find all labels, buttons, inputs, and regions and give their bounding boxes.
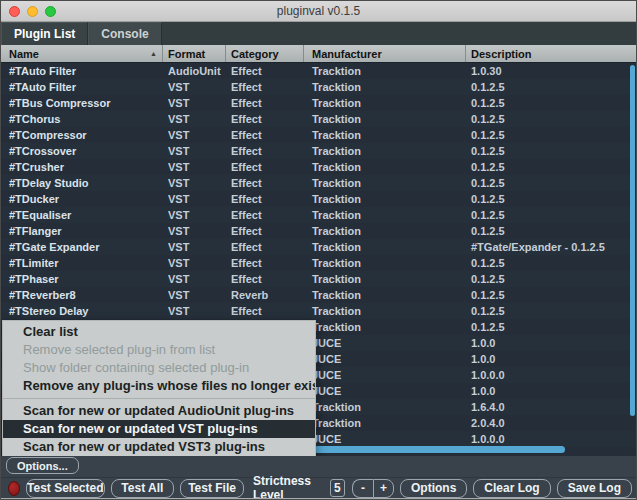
cell-name: #TReverber8 <box>1 289 163 301</box>
cell-manufacturer: JUCE <box>304 369 466 381</box>
menu-item[interactable]: Scan for new or updated VST3 plug-ins <box>3 438 315 456</box>
cell-format: VST <box>163 257 226 269</box>
titlebar: pluginval v0.1.5 <box>1 1 636 22</box>
cell-category: Effect <box>226 129 304 141</box>
table-row[interactable]: #TBus Compressor VST Effect Tracktion 0.… <box>1 95 636 111</box>
cell-manufacturer: JUCE <box>304 385 466 397</box>
cell-category: Effect <box>226 97 304 109</box>
cell-manufacturer: Tracktion <box>304 65 466 77</box>
menu-item[interactable]: Remove any plug-ins whose files no longe… <box>3 377 315 395</box>
cell-manufacturer: Tracktion <box>304 177 466 189</box>
column-header-name[interactable]: Name ▲ <box>1 45 163 62</box>
column-header-category[interactable]: Category <box>226 45 304 62</box>
window-title: pluginval v0.1.5 <box>1 4 636 18</box>
cell-description: 0.1.2.5 <box>466 321 636 333</box>
cell-category: Effect <box>226 273 304 285</box>
cell-manufacturer: Tracktion <box>304 97 466 109</box>
cell-name: #TDucker <box>1 193 163 205</box>
menu-item[interactable]: Scan for new or updated VST plug-ins <box>3 420 315 438</box>
tab-plugin-list[interactable]: Plugin List <box>1 22 88 45</box>
cell-description: 0.1.2.5 <box>466 289 636 301</box>
table-row[interactable]: #TChorus VST Effect Tracktion 0.1.2.5 <box>1 111 636 127</box>
log-button-group: Options Clear Log Save Log <box>394 479 632 498</box>
table-row[interactable]: #TDelay Studio VST Effect Tracktion 0.1.… <box>1 175 636 191</box>
options-ellipsis-button[interactable]: Options... <box>6 457 79 474</box>
table-row[interactable]: #TLimiter VST Effect Tracktion 0.1.2.5 <box>1 255 636 271</box>
cell-name: #TGate Expander <box>1 241 163 253</box>
options-button[interactable]: Options <box>400 479 467 498</box>
cell-manufacturer: Tracktion <box>304 81 466 93</box>
table-row[interactable]: #TEqualiser VST Effect Tracktion 0.1.2.5 <box>1 207 636 223</box>
menu-separator <box>3 398 315 399</box>
cell-description: 0.1.2.5 <box>466 81 636 93</box>
cell-name: #TChorus <box>1 113 163 125</box>
table-row[interactable]: #TCrossover VST Effect Tracktion 0.1.2.5 <box>1 143 636 159</box>
menu-item: Remove selected plug-in from list <box>3 341 315 359</box>
cell-manufacturer: Tracktion <box>304 305 466 317</box>
table-row[interactable]: #TAuto Filter AudioUnit Effect Tracktion… <box>1 63 636 79</box>
cell-name: #TStereo Delay <box>1 305 163 317</box>
column-header-manufacturer[interactable]: Manufacturer <box>304 45 466 62</box>
cell-description: 1.0.0.0 <box>466 433 636 445</box>
cell-name: #TAuto Filter <box>1 81 163 93</box>
column-header-format[interactable]: Format <box>163 45 226 62</box>
table-row[interactable]: #TStereo Delay VST Effect Tracktion 0.1.… <box>1 303 636 319</box>
horizontal-scrollbar[interactable] <box>314 446 565 453</box>
table-row[interactable]: #TGate Expander VST Effect Tracktion #TG… <box>1 239 636 255</box>
cell-name: #TFlanger <box>1 225 163 237</box>
cell-manufacturer: JUCE <box>304 353 466 365</box>
tab-console[interactable]: Console <box>88 22 161 45</box>
cell-manufacturer: Tracktion <box>304 321 466 333</box>
table-row[interactable]: #TCompressor VST Effect Tracktion 0.1.2.… <box>1 127 636 143</box>
cell-manufacturer: Tracktion <box>304 289 466 301</box>
cell-category: Effect <box>226 177 304 189</box>
table-row[interactable]: #TFlanger VST Effect Tracktion 0.1.2.5 <box>1 223 636 239</box>
cell-category: Effect <box>226 81 304 93</box>
cell-manufacturer: Tracktion <box>304 225 466 237</box>
column-header-description[interactable]: Description <box>466 45 636 62</box>
cell-description: 1.0.30 <box>466 65 636 77</box>
cell-category: Effect <box>226 305 304 317</box>
cell-format: VST <box>163 241 226 253</box>
cell-description: 0.1.2.5 <box>466 209 636 221</box>
table-row[interactable]: #TAuto Filter VST Effect Tracktion 0.1.2… <box>1 79 636 95</box>
cell-format: AudioUnit <box>163 65 226 77</box>
cell-description: 0.1.2.5 <box>466 161 636 173</box>
clear-log-button[interactable]: Clear Log <box>473 479 550 498</box>
cell-manufacturer: Tracktion <box>304 161 466 173</box>
table-row[interactable]: #TPhaser VST Effect Tracktion 0.1.2.5 <box>1 271 636 287</box>
cell-format: VST <box>163 225 226 237</box>
cell-description: 0.1.2.5 <box>466 113 636 125</box>
table-row[interactable]: #TCrusher VST Effect Tracktion 0.1.2.5 <box>1 159 636 175</box>
test-selected-button[interactable]: Test Selected <box>26 479 104 498</box>
cell-format: VST <box>163 97 226 109</box>
cell-category: Effect <box>226 257 304 269</box>
menu-item[interactable]: Clear list <box>3 323 315 341</box>
vertical-scrollbar[interactable] <box>630 65 635 416</box>
cell-description: 0.1.2.5 <box>466 305 636 317</box>
test-all-button[interactable]: Test All <box>111 479 175 498</box>
cell-manufacturer: Tracktion <box>304 257 466 269</box>
menu-item[interactable]: Scan for new or updated AudioUnit plug-i… <box>3 402 315 420</box>
test-file-button[interactable]: Test File <box>180 479 244 498</box>
tab-bar: Plugin List Console <box>1 22 636 45</box>
cell-manufacturer: Tracktion <box>304 145 466 157</box>
cell-name: #TAuto Filter <box>1 65 163 77</box>
strictness-increment-button[interactable]: + <box>373 479 394 498</box>
strictness-decrement-button[interactable]: - <box>352 479 373 498</box>
cell-category: Reverb <box>226 289 304 301</box>
save-log-button[interactable]: Save Log <box>557 479 632 498</box>
cell-name: #TEqualiser <box>1 209 163 221</box>
cell-description: 1.0.0 <box>466 385 636 397</box>
cell-name: #TCrusher <box>1 161 163 173</box>
cell-description: 0.1.2.5 <box>466 129 636 141</box>
cell-description: 0.1.2.5 <box>466 193 636 205</box>
bottom-panel: Options... Test Selected Test All Test F… <box>1 456 636 498</box>
table-row[interactable]: #TDucker VST Effect Tracktion 0.1.2.5 <box>1 191 636 207</box>
strictness-value-field[interactable]: 5 <box>330 479 345 497</box>
cell-description: 2.0.4.0 <box>466 417 636 429</box>
cell-format: VST <box>163 177 226 189</box>
cell-name: #TDelay Studio <box>1 177 163 189</box>
cell-manufacturer: Tracktion <box>304 417 466 429</box>
table-row[interactable]: #TReverber8 VST Reverb Tracktion 0.1.2.5 <box>1 287 636 303</box>
